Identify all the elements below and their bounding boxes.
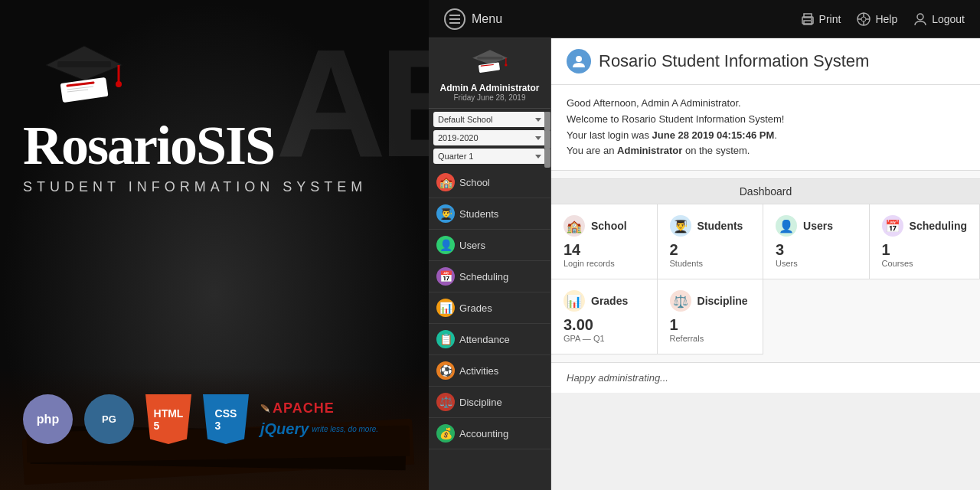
dash-users-icon: 👤 xyxy=(776,215,797,237)
school-nav-label: School xyxy=(459,177,490,188)
quarter-dropdown[interactable]: Quarter 1 xyxy=(433,149,546,164)
dash-scheduling-icon: 📅 xyxy=(882,215,903,237)
welcome-line3: You are an xyxy=(567,145,614,156)
top-actions: Print Help Logout xyxy=(800,11,965,27)
dash-card-users-header: 👤 Users xyxy=(776,215,857,237)
dash-discipline-count: 1 xyxy=(670,316,751,334)
svg-point-18 xyxy=(917,14,923,20)
activities-nav-label: Activities xyxy=(459,365,498,377)
nav-item-students[interactable]: 👨‍🎓 Students xyxy=(429,198,550,230)
nav-item-accounting[interactable]: 💰 Accounting xyxy=(429,418,550,449)
happy-footer: Happy administrating... xyxy=(551,362,980,393)
year-dropdown[interactable]: 2019-2020 xyxy=(433,130,546,145)
dash-card-users[interactable]: 👤 Users 3 Users xyxy=(763,204,870,279)
dash-students-title: Students xyxy=(697,220,743,232)
nav-item-activities[interactable]: ⚽ Activities xyxy=(429,355,550,387)
greeting-text: Good Afternoon, Admin A Administrator. xyxy=(567,96,965,112)
scroll-track-2 xyxy=(544,130,550,145)
dash-grades-count: 3.00 xyxy=(564,316,645,334)
dropdown-arrow-year xyxy=(535,136,541,140)
dash-card-school[interactable]: 🏫 School 14 Login records xyxy=(551,204,658,279)
print-icon xyxy=(800,11,815,27)
dash-grades-title: Grades xyxy=(591,295,628,307)
apache-logo: 🪶 APACHE xyxy=(260,400,378,416)
dash-school-label: Login records xyxy=(564,259,645,268)
last-login: June 28 2019 04:15:46 PM xyxy=(652,129,775,141)
welcome-line2: Your last login was xyxy=(567,129,649,141)
postgresql-logo: PG xyxy=(84,394,134,444)
svg-point-3 xyxy=(116,81,122,87)
brand-title: RosarioSIS xyxy=(23,118,367,173)
dash-users-count: 3 xyxy=(776,241,857,259)
year-dropdown-value: 2019-2020 xyxy=(438,133,479,142)
nav-item-grades[interactable]: 📊 Grades xyxy=(429,292,550,324)
discipline-nav-label: Discipline xyxy=(459,397,502,408)
students-nav-label: Students xyxy=(459,208,498,220)
dash-card-grades[interactable]: 📊 Grades 3.00 GPA — Q1 xyxy=(551,279,658,354)
dash-discipline-label: Referrals xyxy=(670,334,751,343)
activities-nav-icon: ⚽ xyxy=(436,361,455,380)
dash-discipline-title: Discipline xyxy=(697,295,748,307)
main-content: Admin A Administrator Friday June 28, 20… xyxy=(429,38,980,490)
sis-icon xyxy=(567,49,591,74)
scheduling-nav-icon: 📅 xyxy=(436,267,455,286)
nav-item-school[interactable]: 🏫 School xyxy=(429,167,550,198)
grades-nav-icon: 📊 xyxy=(436,299,455,317)
menu-section[interactable]: Menu xyxy=(444,8,502,30)
svg-rect-23 xyxy=(478,62,499,73)
school-dropdown[interactable]: Default School xyxy=(433,112,546,127)
nav-item-attendance[interactable]: 📋 Attendance xyxy=(429,324,550,355)
dashboard-grid: 🏫 School 14 Login records 👨‍🎓 Students 2 xyxy=(551,204,980,354)
logout-icon xyxy=(913,11,928,27)
logout-button[interactable]: Logout xyxy=(913,11,965,27)
welcome-line4: on the system. xyxy=(685,145,750,156)
css3-logo: CSS3 xyxy=(203,394,249,444)
dash-students-count: 2 xyxy=(670,241,751,259)
dash-card-scheduling[interactable]: 📅 Scheduling 1 Courses xyxy=(870,204,980,279)
help-button[interactable]: Help xyxy=(856,11,897,27)
content-panel: Rosario Student Information System Good … xyxy=(551,38,980,490)
nav-item-scheduling[interactable]: 📅 Scheduling xyxy=(429,261,550,292)
welcome-section: Good Afternoon, Admin A Administrator. W… xyxy=(551,85,980,171)
nav-item-users[interactable]: 👤 Users xyxy=(429,230,550,261)
dash-scheduling-title: Scheduling xyxy=(910,220,967,232)
print-label: Print xyxy=(819,13,841,25)
dash-card-students-header: 👨‍🎓 Students xyxy=(670,215,751,237)
dash-grades-label: GPA — Q1 xyxy=(564,334,645,343)
nav-item-discipline[interactable]: ⚖️ Discipline xyxy=(429,387,550,418)
dropdown-arrow-school xyxy=(535,118,541,122)
dash-card-discipline-header: ⚖️ Discipline xyxy=(670,290,751,312)
background-left: ABC RosarioSIS STUDENT INFORMATION SYSTE… xyxy=(0,0,429,490)
top-bar: Menu Print xyxy=(429,0,980,38)
accounting-nav-icon: 💰 xyxy=(436,424,455,443)
scroll-track-3 xyxy=(544,149,550,164)
brand-section: RosarioSIS STUDENT INFORMATION SYSTEM xyxy=(23,38,367,195)
profile-date: Friday June 28, 2019 xyxy=(436,93,543,102)
dash-card-scheduling-header: 📅 Scheduling xyxy=(882,215,967,237)
svg-rect-1 xyxy=(57,61,111,67)
content-title: Rosario Student Information System xyxy=(599,51,869,71)
scroll-thumb-1 xyxy=(544,112,550,131)
students-nav-icon: 👨‍🎓 xyxy=(436,204,455,223)
quarter-dropdown-container: Quarter 1 xyxy=(429,149,550,164)
svg-rect-20 xyxy=(477,57,502,59)
dashboard-title: Dashboard xyxy=(551,178,980,204)
dash-users-title: Users xyxy=(803,220,833,232)
dash-card-discipline[interactable]: ⚖️ Discipline 1 Referrals xyxy=(658,279,764,354)
dash-students-label: Students xyxy=(670,259,751,268)
print-button[interactable]: Print xyxy=(800,11,841,27)
dash-school-title: School xyxy=(591,220,627,232)
sidebar: Admin A Administrator Friday June 28, 20… xyxy=(429,38,551,490)
scroll-track-1 xyxy=(544,112,550,127)
html5-logo: HTML5 xyxy=(145,394,191,444)
attendance-nav-icon: 📋 xyxy=(436,330,455,348)
grades-nav-label: Grades xyxy=(459,302,492,314)
dashboard-section: Dashboard 🏫 School 14 Login records xyxy=(551,171,980,362)
sis-person-icon xyxy=(571,54,586,69)
help-icon xyxy=(856,11,871,27)
svg-rect-9 xyxy=(804,14,812,18)
dash-school-count: 14 xyxy=(564,241,645,259)
dash-card-students[interactable]: 👨‍🎓 Students 2 Students xyxy=(658,204,764,279)
sidebar-profile: Admin A Administrator Friday June 28, 20… xyxy=(429,38,550,109)
dash-users-label: Users xyxy=(776,259,857,268)
